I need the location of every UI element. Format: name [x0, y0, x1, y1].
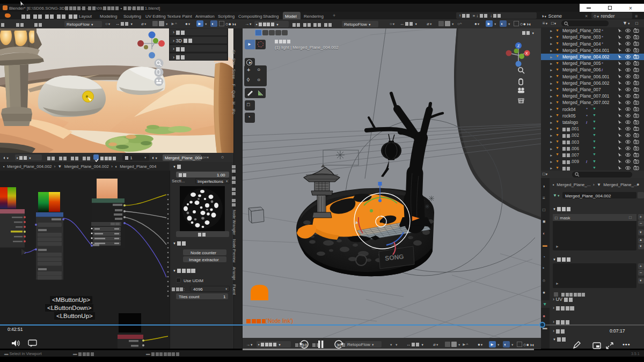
svg-text:X: X	[525, 51, 528, 55]
svg-text:Z: Z	[517, 44, 520, 48]
